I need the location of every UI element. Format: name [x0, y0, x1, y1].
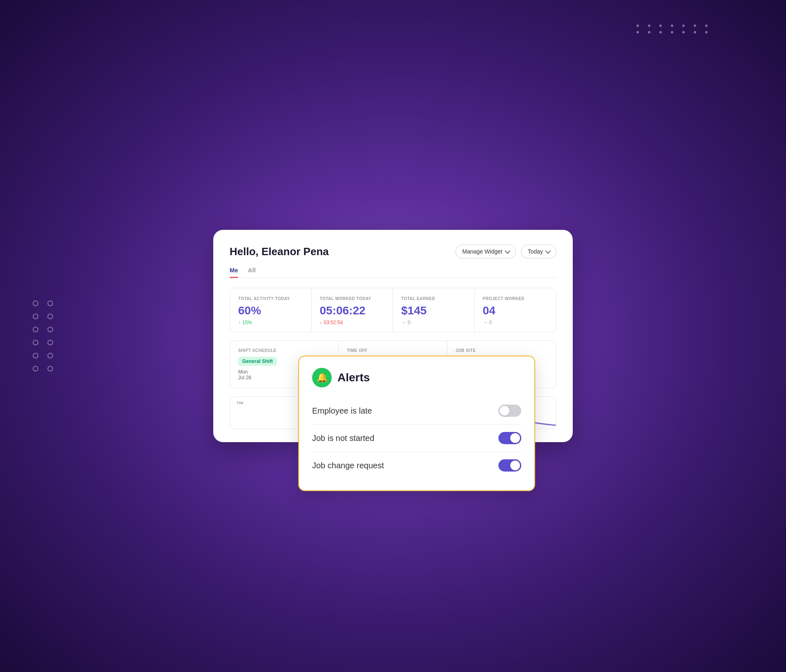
stat-total-worked: TOTAL WORKED TODAY 05:06:22 03:52:54	[312, 288, 393, 332]
header-actions: Manage Widget Today	[456, 245, 556, 258]
alert-row-job-not-started: Job is not started	[312, 425, 521, 452]
main-dashboard-card: Hello, Eleanor Pena Manage Widget Today …	[213, 230, 573, 442]
decorative-dot	[682, 24, 685, 27]
alert-label-job-not-started: Job is not started	[312, 434, 374, 443]
stat-total-earned-value: $145	[401, 304, 466, 317]
toggle-thumb	[500, 406, 509, 416]
today-button[interactable]: Today	[521, 245, 556, 258]
chevron-down-icon	[505, 248, 510, 254]
decorative-dot	[671, 31, 673, 33]
alerts-popup: 🔔 Alerts Employee is late Job is not sta…	[298, 356, 535, 491]
alert-label-job-change-request: Job change request	[312, 461, 384, 470]
toggle-job-change-request[interactable]	[498, 459, 521, 472]
decorative-dot	[47, 353, 53, 358]
decorative-dot	[671, 24, 673, 27]
decorative-dot	[33, 300, 38, 306]
stats-grid: TOTAL ACTIVITY TODAY 60% 15% TOTAL WORKE…	[230, 288, 556, 332]
decorative-dot	[694, 24, 696, 27]
toggle-track	[498, 405, 521, 417]
manage-widget-button[interactable]: Manage Widget	[456, 245, 516, 258]
alert-row-job-change-request: Job change request	[312, 452, 521, 479]
alerts-header: 🔔 Alerts	[312, 368, 521, 387]
toggle-track	[498, 432, 521, 444]
stat-total-activity-label: TOTAL ACTIVITY TODAY	[238, 296, 303, 301]
right-arrow-icon	[401, 320, 406, 325]
decorative-dot	[33, 366, 38, 372]
toggle-thumb	[510, 461, 520, 470]
alert-label-employee-late: Employee is late	[312, 406, 372, 416]
decorative-dot	[682, 31, 685, 33]
dots-left	[33, 300, 55, 372]
chevron-down-icon	[545, 248, 551, 254]
decorative-dot	[47, 340, 53, 345]
stat-total-earned: TOTAL EARNED $145 0	[393, 288, 475, 332]
decorative-dot	[47, 327, 53, 332]
decorative-dot	[47, 300, 53, 306]
stat-project-worked-label: PROJECT WORKED	[483, 296, 548, 301]
toggle-job-not-started[interactable]	[498, 432, 521, 444]
tabs-bar: Me All	[230, 267, 556, 278]
toggle-thumb	[510, 433, 520, 443]
decorative-dot	[47, 314, 53, 319]
stat-total-earned-sub: 0	[401, 320, 466, 325]
toggle-track	[498, 459, 521, 472]
down-arrow-icon	[320, 320, 322, 325]
alert-row-employee-late: Employee is late	[312, 397, 521, 425]
greeting-title: Hello, Eleanor Pena	[230, 245, 329, 258]
stat-project-worked-value: 04	[483, 304, 548, 317]
bell-icon: 🔔	[317, 372, 328, 383]
right-arrow-icon	[483, 320, 488, 325]
decorative-dot	[648, 24, 650, 27]
tab-all[interactable]: All	[248, 267, 256, 278]
shift-badge: General Shift	[238, 357, 277, 366]
decorative-dot	[705, 31, 708, 33]
stat-total-worked-label: TOTAL WORKED TODAY	[320, 296, 385, 301]
stat-project-worked: PROJECT WORKED 04 0	[475, 288, 556, 332]
decorative-dot	[659, 24, 662, 27]
manage-widget-label: Manage Widget	[462, 248, 502, 255]
dots-top-right	[636, 24, 712, 33]
stat-total-worked-sub: 03:52:54	[320, 320, 385, 325]
decorative-dot	[705, 24, 708, 27]
decorative-dot	[33, 340, 38, 345]
decorative-dot	[648, 31, 650, 33]
stat-total-earned-label: TOTAL EARNED	[401, 296, 466, 301]
stat-total-activity: TOTAL ACTIVITY TODAY 60% 15%	[230, 288, 312, 332]
decorative-dot	[33, 327, 38, 332]
decorative-dot	[659, 31, 662, 33]
decorative-dot	[33, 353, 38, 358]
tab-me[interactable]: Me	[230, 267, 238, 278]
decorative-dot	[47, 366, 53, 372]
bell-icon-circle: 🔔	[312, 368, 332, 387]
stat-project-worked-sub: 0	[483, 320, 548, 325]
stat-total-activity-sub: 15%	[238, 320, 303, 325]
alerts-title: Alerts	[337, 371, 370, 384]
toggle-employee-late[interactable]	[498, 405, 521, 417]
decorative-dot	[33, 314, 38, 319]
up-arrow-icon	[238, 320, 241, 325]
today-label: Today	[528, 248, 543, 255]
decorative-dot	[694, 31, 696, 33]
decorative-dot	[636, 31, 639, 33]
dashboard-header: Hello, Eleanor Pena Manage Widget Today	[230, 245, 556, 258]
decorative-dot	[636, 24, 639, 27]
stat-total-activity-value: 60%	[238, 304, 303, 317]
stat-total-worked-value: 05:06:22	[320, 304, 385, 317]
